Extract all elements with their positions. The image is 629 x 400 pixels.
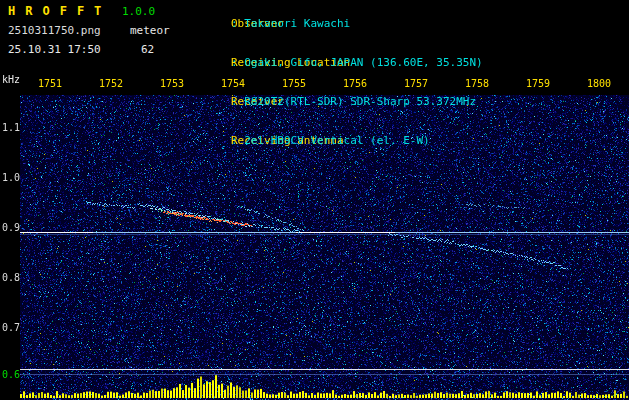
freq-tick-label: 0.7 — [2, 322, 20, 333]
mode-label: meteor — [130, 24, 170, 37]
freq-tick-label: 1.1 — [2, 122, 20, 133]
time-tick-label: 1753 — [160, 78, 184, 89]
spectrogram-canvas — [0, 75, 629, 400]
info-value: : Ogaki, Gifu, JAPAN (136.60E, 35.35N) — [231, 56, 483, 69]
time-tick-label: 1759 — [526, 78, 550, 89]
time-tick-label: 1752 — [99, 78, 123, 89]
info-row-location: Receiving Location: Ogaki, Gifu, JAPAN (… — [178, 43, 231, 82]
info-value: : 2el-HB9CV Vertical (el. E-W) — [231, 134, 430, 147]
time-tick-label: 1800 — [587, 78, 611, 89]
datetime-label: 25.10.31 17:50 — [8, 43, 101, 56]
info-value: : R820T2(RTL-SDR) SDR-Sharp 53.372MHz — [231, 95, 476, 108]
time-tick-label: 1755 — [282, 78, 306, 89]
echo-count: 62 — [141, 43, 154, 56]
freq-tick-label: 0.6 — [2, 369, 20, 380]
freq-tick-label: 1.0 — [2, 172, 20, 183]
time-tick-label: 1757 — [404, 78, 428, 89]
freq-tick-label: 0.9 — [2, 222, 20, 233]
app-version: 1.0.0 — [122, 5, 155, 18]
info-value: : Takanori Kawachi — [231, 17, 350, 30]
time-tick-label: 1751 — [38, 78, 62, 89]
hrofft-window: HROFFT 1.0.0 2510311750.png meteor 25.10… — [0, 0, 629, 400]
time-tick-label: 1756 — [343, 78, 367, 89]
output-filename: 2510311750.png — [8, 24, 101, 37]
freq-unit-label: kHz — [2, 74, 20, 85]
freq-tick-label: 0.8 — [2, 272, 20, 283]
info-row-antenna: Receiving antenna: 2el-HB9CV Vertical (e… — [178, 121, 231, 160]
time-tick-label: 1754 — [221, 78, 245, 89]
time-tick-label: 1758 — [465, 78, 489, 89]
info-row-observer: Observer: Takanori Kawachi — [178, 4, 231, 43]
app-title: HROFFT — [8, 4, 111, 18]
